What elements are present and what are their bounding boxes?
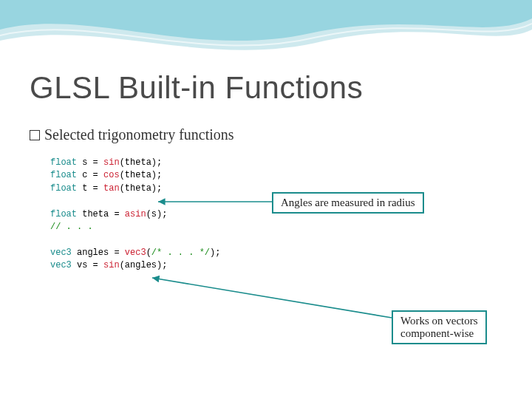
code-text: ( (146, 248, 151, 258)
code-block: float s = sin(theta); float c = cos(thet… (50, 157, 502, 273)
code-type: float (50, 157, 77, 168)
arrow-vectors (148, 273, 399, 325)
subtitle-text: Selected trigonometry functions (44, 126, 234, 143)
code-text: vs = (72, 260, 103, 270)
callout-text: Angles are measured in radius (281, 197, 415, 208)
code-text: t = (77, 183, 103, 194)
code-fn: tan (103, 183, 120, 194)
code-text: (theta); (120, 157, 163, 168)
code-fn: sin (103, 260, 120, 270)
slide-subtitle: Selected trigonometry functions (30, 126, 502, 143)
code-type: vec3 (50, 260, 72, 270)
code-text: ); (210, 248, 220, 258)
bullet-box-icon (30, 130, 40, 140)
code-text: (theta); (120, 170, 163, 180)
code-text: s = (77, 157, 103, 168)
code-text: (angles); (120, 260, 168, 270)
code-text: angles = (72, 248, 125, 258)
svg-line-1 (152, 278, 392, 318)
code-fn: vec3 (125, 248, 146, 258)
code-type: float (50, 209, 77, 219)
code-comment: /* . . . */ (151, 248, 210, 258)
code-text: c = (77, 170, 103, 180)
code-fn: cos (103, 170, 120, 180)
wave-decor (0, 0, 532, 66)
callout-text: Works on vectors (400, 315, 478, 327)
code-type: float (50, 183, 77, 194)
slide-title: GLSL Built-in Functions (30, 70, 502, 106)
code-text: theta = (77, 209, 125, 219)
code-fn: sin (103, 157, 120, 168)
code-text: (theta); (120, 183, 163, 194)
code-fn: asin (125, 209, 146, 219)
code-type: float (50, 170, 77, 180)
callout-radians: Angles are measured in radius (272, 192, 424, 214)
code-type: vec3 (50, 248, 72, 258)
callout-text: component-wise (400, 327, 474, 339)
code-text: (s); (146, 209, 168, 219)
code-comment: // . . . (50, 222, 93, 232)
callout-vectors: Works on vectors component-wise (392, 310, 487, 344)
